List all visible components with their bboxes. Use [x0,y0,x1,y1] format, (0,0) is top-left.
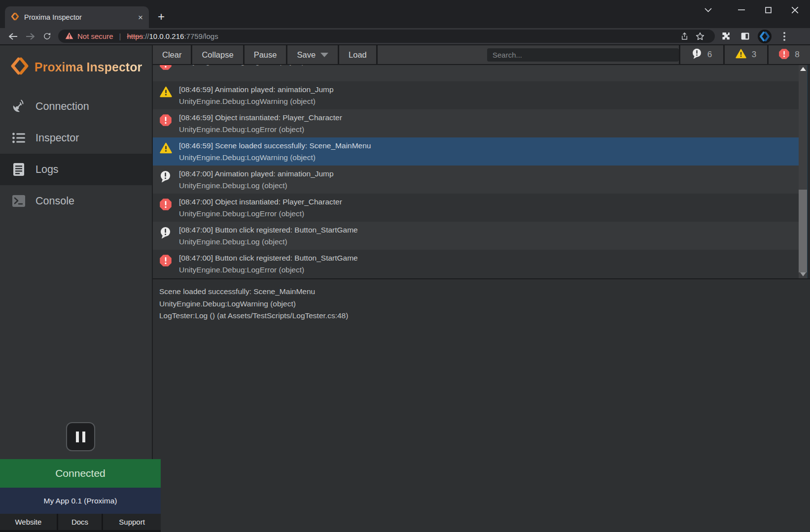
pause-stream-button[interactable] [66,422,95,451]
error-filter-toggle[interactable]: 8 [767,45,810,64]
detail-message: Scene loaded successfully: Scene_MainMen… [159,286,810,298]
log-message: [08:47:00] Animation played: animation_J… [179,168,334,180]
side-panel-icon[interactable] [736,30,754,43]
save-dropdown-caret-icon[interactable] [320,53,328,57]
log-source: UnityEngine.Debug:LogWarning (object) [179,152,371,164]
back-button[interactable] [5,30,22,43]
warning-filter-toggle[interactable]: 3 [723,45,767,64]
tab-search-chevron-icon[interactable] [695,1,721,19]
log-scrollbar[interactable] [799,65,807,278]
warning-triangle-icon [736,49,746,61]
info-count: 6 [707,50,712,60]
log-entry-row[interactable]: [08:46:59] Scene loaded successfully: Sc… [153,137,799,166]
docs-link[interactable]: Docs [57,514,102,530]
not-secure-warning-icon [65,32,73,41]
share-icon[interactable] [676,32,692,41]
log-source: UnityEngine.Debug:LogWarning (object) [179,96,334,107]
connected-app-label: My App 0.1 (Proxima) [0,488,161,514]
scroll-down-arrow-icon[interactable] [800,272,806,276]
sidebar-item-inspector[interactable]: Inspector [0,122,152,154]
omnibox[interactable]: Not secure | https://10.0.0.216:7759/log… [58,30,715,43]
save-button[interactable]: Save [287,45,339,64]
log-detail-pane: Scene loaded successfully: Scene_MainMen… [153,278,810,532]
terminal-icon [11,195,27,207]
log-entry-row[interactable]: [08:46:59] Object instantiated: Player_C… [153,109,799,137]
log-source: UnityEngine.Debug:LogError (object) [179,264,358,276]
log-message: [08:46:59] Object instantiated: Player_C… [179,112,342,124]
sidebar-item-label: Logs [35,164,59,176]
extensions-puzzle-icon[interactable] [716,30,735,43]
error-octagon-icon [779,49,789,61]
satellite-dish-icon [11,99,27,114]
sidebar-item-logs[interactable]: Logs [0,154,152,185]
tab-close-icon[interactable]: × [138,13,143,22]
browser-address-bar: Not secure | https://10.0.0.216:7759/log… [0,28,810,44]
sidebar-item-label: Connection [35,100,89,113]
scroll-up-arrow-icon[interactable] [800,67,806,71]
not-secure-label[interactable]: Not secure [77,32,113,40]
browser-menu-icon[interactable] [775,30,794,43]
error-octagon-icon [160,255,173,268]
right-edge-rail [807,65,810,278]
window-close-button[interactable] [781,1,808,19]
browser-tab[interactable]: Proxima Inspector × [5,6,149,28]
error-octagon-icon [160,199,173,212]
log-entry-row[interactable]: [08:46:59] Animation played: animation_J… [153,81,799,109]
warning-count: 3 [752,50,756,60]
window-maximize-button[interactable] [755,1,781,19]
reload-button[interactable] [38,30,55,43]
sidebar-item-label: Inspector [35,132,79,144]
window-minimize-button[interactable] [728,1,755,19]
error-octagon-icon [160,114,173,128]
pause-button[interactable]: Pause [245,45,288,64]
sidebar-item-connection[interactable]: Connection [0,91,152,122]
info-filter-toggle[interactable]: 6 [679,45,723,64]
load-button[interactable]: Load [339,45,378,64]
log-entry-row[interactable]: [08:47:00] Button click registered: Butt… [153,250,799,278]
app-title: Proxima Inspector [35,60,142,74]
search-input[interactable] [487,48,679,62]
log-source: UnityEngine.Debug:LogError (object) [179,208,342,220]
info-bubble-icon [692,48,702,61]
tab-title: Proxima Inspector [24,13,133,21]
log-document-icon [11,163,27,176]
error-count: 8 [795,50,799,60]
proxima-favicon-icon [11,12,19,23]
logs-toolbar: Clear Collapse Pause Save Load [153,45,810,65]
log-entry-row[interactable]: [08:47:00] Button click registered: Butt… [153,222,799,250]
log-message: [08:47:00] Button click registered: Butt… [179,224,358,236]
browser-tab-strip: Proxima Inspector × + [0,0,810,28]
new-tab-button[interactable]: + [154,9,169,24]
log-source: UnityEngine.Debug:Log (object) [179,236,358,248]
support-link[interactable]: Support [102,514,161,530]
warning-triangle-icon [160,86,173,100]
log-list: UnityEngine.Debug:LogError (object) [153,65,810,278]
url-divider: | [119,32,121,40]
bullet-list-icon [11,132,27,144]
logs-page: Clear Collapse Pause Save Load [153,45,810,532]
log-entry-row[interactable]: [08:47:00] Animation played: animation_J… [153,166,799,194]
connection-status-badge: Connected [0,459,161,488]
forward-button[interactable] [22,30,38,43]
proxima-extension-icon[interactable] [755,30,774,43]
log-source: UnityEngine.Debug:LogError (object) [179,65,304,67]
scrollbar-thumb[interactable] [799,190,807,272]
clear-button[interactable]: Clear [153,45,192,64]
sidebar-item-console[interactable]: Console [0,185,152,217]
pause-icon [76,432,79,442]
sidebar-item-label: Console [35,195,74,207]
log-message: [08:47:00] Button click registered: Butt… [179,252,358,264]
info-bubble-icon [160,170,173,185]
log-source: UnityEngine.Debug:Log (object) [179,180,334,192]
log-entry-row[interactable]: UnityEngine.Debug:LogError (object) [153,65,799,81]
detail-source: UnityEngine.Debug:LogWarning (object) [159,298,810,310]
collapse-button[interactable]: Collapse [192,45,244,64]
bookmark-star-icon[interactable] [692,32,708,41]
log-entry-row[interactable]: [08:47:00] Object instantiated: Player_C… [153,194,799,222]
url-text[interactable]: https://10.0.0.216:7759/logs [127,32,218,40]
sidebar: Proxima Inspector Connection [0,45,153,532]
error-octagon-icon [160,65,173,72]
info-bubble-icon [160,227,173,241]
log-source: UnityEngine.Debug:LogError (object) [179,124,342,135]
website-link[interactable]: Website [0,514,57,530]
